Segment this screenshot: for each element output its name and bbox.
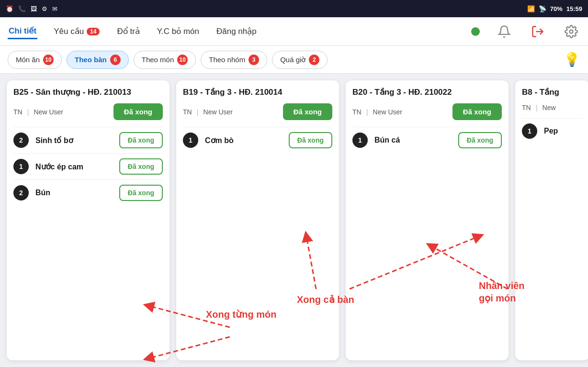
svg-point-1 xyxy=(570,30,573,33)
card-b25-item-2: 2 Bún Đã xong xyxy=(13,179,163,206)
card-b8-item-0: 1 Pep xyxy=(522,118,583,144)
filter-quagio-label: Quá giờ xyxy=(280,56,305,64)
filter-theomon-badge: 10 xyxy=(177,55,188,65)
filter-quagio[interactable]: Quá giờ 2 xyxy=(272,51,328,69)
filter-monan-badge: 10 xyxy=(43,55,54,65)
filter-monan-label: Món ăn xyxy=(16,56,40,64)
card-b25-tn: TN xyxy=(13,108,23,116)
phone-icon: 📞 xyxy=(18,5,26,12)
item-count: 2 xyxy=(13,185,29,200)
card-b20-done-btn[interactable]: Đã xong xyxy=(452,103,502,120)
item-done-btn[interactable]: Đã xong xyxy=(119,185,163,201)
filter-theomon[interactable]: Theo món 10 xyxy=(134,51,196,69)
nav-dotra-label: Đổ trả xyxy=(117,26,139,36)
item-count: 1 xyxy=(13,159,29,174)
item-name: Bún xyxy=(35,189,113,197)
nav-dotra[interactable]: Đổ trả xyxy=(116,24,140,38)
card-b25-header: B25 - Sân thượng - HĐ. 210013 xyxy=(13,87,163,98)
item-count: 2 xyxy=(13,133,29,148)
card-b8-tn: TN xyxy=(522,104,531,111)
nav-yeucau-badge: 14 xyxy=(87,28,100,35)
nav-ycbomon[interactable]: Y.C bỏ món xyxy=(156,24,200,38)
card-b19-item-0: 1 Cơm bò Đã xong xyxy=(183,127,332,153)
gear-icon-btn[interactable] xyxy=(562,22,580,41)
nav-yeucau-label: Yêu cầu xyxy=(54,26,84,36)
status-bar: ⏰ 📞 🖼 ⚙ ✉ 📶 📡 70% 15:59 xyxy=(0,0,588,17)
card-b20-tn: TN xyxy=(352,108,362,116)
item-name: Pep xyxy=(544,127,583,135)
status-green-dot xyxy=(471,27,480,36)
card-b8-user: New xyxy=(543,104,556,111)
item-count: 1 xyxy=(183,133,198,148)
card-b19-tn: TN xyxy=(183,108,192,116)
time-display: 15:59 xyxy=(566,5,582,12)
item-done-btn[interactable]: Đã xong xyxy=(289,132,332,148)
nav-bar: Chi tiết Yêu cầu 14 Đổ trả Y.C bỏ món Đă… xyxy=(0,17,588,46)
item-name: Sinh tố bơ xyxy=(35,136,113,145)
item-name: Bún cá xyxy=(374,136,452,145)
settings-icon: ⚙ xyxy=(42,5,47,12)
card-b25-item-0: 2 Sinh tố bơ Đã xong xyxy=(13,127,163,153)
signal-icon: 📡 xyxy=(539,5,546,12)
nav-chitiet[interactable]: Chi tiết xyxy=(8,24,37,39)
card-b8-user-row: TN | New xyxy=(522,103,583,111)
status-bar-left: ⏰ 📞 🖼 ⚙ ✉ xyxy=(6,5,57,12)
card-b19: B19 - Tầng 3 - HĐ. 210014 TN | New User … xyxy=(176,80,339,360)
filter-theomon-label: Theo món xyxy=(142,56,174,64)
main-content: B25 - Sân thượng - HĐ. 210013 TN | New U… xyxy=(0,74,588,367)
wifi-icon: 📶 xyxy=(527,5,535,12)
item-name: Nước ép cam xyxy=(35,162,113,171)
filter-bar: Món ăn 10 Theo bàn 6 Theo món 10 Theo nh… xyxy=(0,46,588,74)
card-b19-user: New User xyxy=(204,108,233,116)
card-b19-user-row: TN | New User Đã xong xyxy=(183,103,332,120)
bell-icon-btn[interactable] xyxy=(495,22,513,41)
filter-theonhom[interactable]: Theo nhóm 3 xyxy=(201,51,267,69)
card-b20-item-0: 1 Bún cá Đã xong xyxy=(352,127,502,153)
nav-ycbomon-label: Y.C bỏ món xyxy=(157,26,199,36)
card-b19-done-btn[interactable]: Đã xong xyxy=(283,103,332,120)
item-done-btn[interactable]: Đã xong xyxy=(458,132,502,148)
filter-theoban-label: Theo bàn xyxy=(75,56,107,64)
item-done-btn[interactable]: Đã xong xyxy=(119,132,163,148)
status-bar-right: 📶 📡 70% 15:59 xyxy=(527,5,582,12)
item-done-btn[interactable]: Đã xong xyxy=(119,158,163,175)
bulb-icon[interactable]: 💡 xyxy=(564,52,580,67)
nav-dangnhap[interactable]: Đăng nhập xyxy=(215,24,258,38)
card-b19-header: B19 - Tầng 3 - HĐ. 210014 xyxy=(183,87,332,98)
card-b8-header: B8 - Tầng xyxy=(522,87,583,98)
item-name: Cơm bò xyxy=(205,136,282,145)
item-count: 1 xyxy=(352,133,368,148)
card-b25-user: New User xyxy=(34,108,63,116)
filter-theoban-badge: 6 xyxy=(110,55,121,65)
filter-theonhom-badge: 3 xyxy=(249,55,259,65)
card-b20-user: New User xyxy=(373,108,402,116)
mail-icon: ✉ xyxy=(52,5,57,12)
filter-monan[interactable]: Món ăn 10 xyxy=(8,51,62,69)
logout-icon-btn[interactable] xyxy=(529,22,547,41)
nav-chitiet-label: Chi tiết xyxy=(9,26,36,36)
main-wrapper: B25 - Sân thượng - HĐ. 210013 TN | New U… xyxy=(0,74,588,367)
card-b20: B20 - Tầng 3 - HĐ. 210022 TN | New User … xyxy=(346,80,509,360)
nav-yeucau[interactable]: Yêu cầu 14 xyxy=(53,24,101,38)
card-b25: B25 - Sân thượng - HĐ. 210013 TN | New U… xyxy=(7,80,170,360)
item-count: 1 xyxy=(522,123,537,139)
filter-theoban[interactable]: Theo bàn 6 xyxy=(67,51,129,69)
image-icon: 🖼 xyxy=(31,5,37,12)
nav-dangnhap-label: Đăng nhập xyxy=(216,26,257,36)
filter-theonhom-label: Theo nhóm xyxy=(209,56,245,64)
card-b25-user-row: TN | New User Đã xong xyxy=(13,103,163,120)
card-b20-header: B20 - Tầng 3 - HĐ. 210022 xyxy=(352,87,502,98)
card-b25-done-btn[interactable]: Đã xong xyxy=(113,103,163,120)
battery-level: 70% xyxy=(550,5,563,12)
alarm-icon: ⏰ xyxy=(6,5,13,12)
card-b8: B8 - Tầng TN | New 1 Pep xyxy=(515,80,588,360)
card-b20-user-row: TN | New User Đã xong xyxy=(352,103,502,120)
filter-quagio-badge: 2 xyxy=(309,55,319,65)
card-b25-item-1: 1 Nước ép cam Đã xong xyxy=(13,153,163,179)
